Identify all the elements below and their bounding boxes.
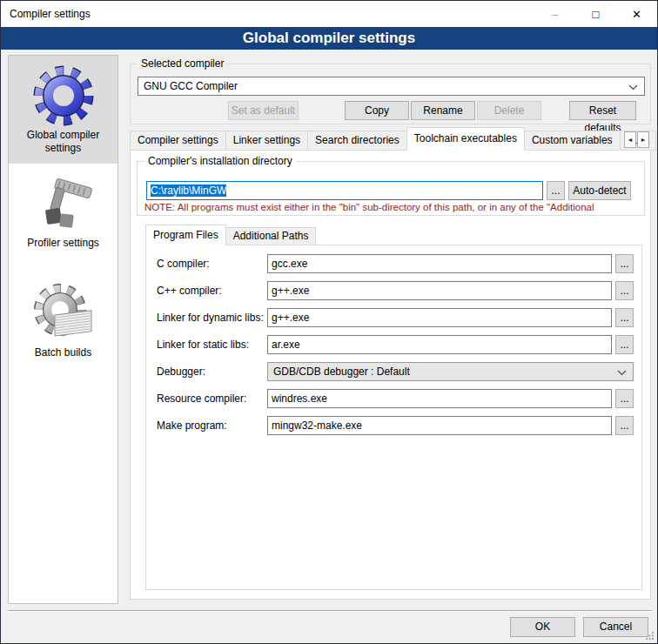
sidebar-item-label: Batch builds bbox=[9, 346, 118, 359]
selected-path-text: C:\raylib\MinGW bbox=[151, 184, 226, 197]
cpp-compiler-browse-button[interactable]: ... bbox=[615, 281, 634, 300]
c-compiler-input[interactable]: gcc.exe bbox=[267, 254, 612, 273]
tab-scroll-left-button[interactable]: ◄ bbox=[624, 131, 636, 148]
field-row-c-compiler: C compiler: gcc.exe ... bbox=[146, 254, 641, 273]
field-label: Debugger: bbox=[157, 366, 205, 378]
compiler-settings-dialog: Compiler settings – □ ✕ Global compiler … bbox=[0, 0, 658, 644]
field-row-static-linker: Linker for static libs: ar.exe ... bbox=[146, 335, 641, 354]
selected-compiler-group: Selected compiler GNU GCC Compiler Set a… bbox=[130, 64, 651, 124]
field-row-debugger: Debugger: GDB/CDB debugger : Default bbox=[146, 362, 641, 381]
maximize-button[interactable]: □ bbox=[575, 1, 616, 27]
selected-compiler-dropdown[interactable]: GNU GCC Compiler bbox=[138, 77, 645, 96]
field-label: Linker for static libs: bbox=[157, 339, 249, 351]
debugger-value: GDB/CDB debugger : Default bbox=[273, 366, 410, 378]
cpp-compiler-input[interactable]: g++.exe bbox=[267, 281, 612, 300]
make-program-input[interactable]: mingw32-make.exe bbox=[267, 416, 612, 435]
make-program-browse-button[interactable]: ... bbox=[615, 416, 634, 435]
c-compiler-browse-button[interactable]: ... bbox=[615, 254, 634, 273]
field-label: Resource compiler: bbox=[157, 392, 246, 405]
program-files-panel: C compiler: gcc.exe ... C++ compiler: g+… bbox=[145, 245, 642, 590]
dialog-header: Global compiler settings bbox=[1, 27, 657, 50]
selected-compiler-value: GNU GCC Compiler bbox=[144, 80, 238, 92]
field-label: C++ compiler: bbox=[157, 285, 222, 297]
tab-search-directories[interactable]: Search directories bbox=[307, 131, 407, 151]
field-row-cpp-compiler: C++ compiler: g++.exe ... bbox=[146, 281, 641, 300]
field-row-make-program: Make program: mingw32-make.exe ... bbox=[146, 416, 641, 435]
reset-defaults-button[interactable]: Reset defaults bbox=[569, 101, 636, 120]
sidebar: Global compiler settings Profiler settin… bbox=[8, 55, 118, 604]
note-text: NOTE: All programs must exist either in … bbox=[144, 202, 645, 212]
resource-compiler-browse-button[interactable]: ... bbox=[615, 389, 634, 408]
field-label: Make program: bbox=[157, 419, 227, 432]
footer-divider bbox=[8, 610, 652, 612]
tab-custom-variables[interactable]: Custom variables bbox=[524, 131, 621, 151]
sidebar-item-profiler-settings[interactable]: Profiler settings bbox=[9, 174, 118, 261]
tab-toolchain-executables[interactable]: Toolchain executables bbox=[406, 127, 525, 151]
subtab-additional-paths[interactable]: Additional Paths bbox=[225, 227, 317, 245]
blue-gear-icon bbox=[30, 63, 97, 129]
cancel-button[interactable]: Cancel bbox=[583, 617, 648, 637]
close-button[interactable]: ✕ bbox=[616, 1, 657, 27]
sidebar-item-global-compiler-settings[interactable]: Global compiler settings bbox=[9, 56, 118, 164]
window-title: Compiler settings bbox=[10, 8, 91, 20]
autodetect-button[interactable]: Auto-detect bbox=[568, 181, 631, 200]
sidebar-item-batch-builds[interactable]: Batch builds bbox=[9, 280, 118, 376]
window-titlebar: Compiler settings – □ ✕ bbox=[1, 1, 657, 27]
field-label: C compiler: bbox=[157, 258, 210, 270]
chevron-down-icon bbox=[617, 370, 627, 376]
debugger-dropdown[interactable]: GDB/CDB debugger : Default bbox=[267, 362, 634, 381]
field-row-dynamic-linker: Linker for dynamic libs: g++.exe ... bbox=[146, 308, 641, 327]
main-tab-strip: Compiler settings Linker settings Search… bbox=[130, 127, 655, 151]
install-dir-input[interactable]: C:\raylib\MinGW bbox=[146, 181, 543, 200]
delete-button[interactable]: Delete bbox=[477, 101, 541, 120]
tab-compiler-settings[interactable]: Compiler settings bbox=[130, 131, 226, 151]
sub-tab-strip: Program Files Additional Paths bbox=[145, 225, 315, 245]
field-row-resource-compiler: Resource compiler: windres.exe ... bbox=[146, 389, 641, 408]
resize-grip[interactable] bbox=[646, 632, 655, 641]
rename-button[interactable]: Rename bbox=[411, 101, 475, 120]
resource-compiler-input[interactable]: windres.exe bbox=[267, 389, 612, 408]
copy-button[interactable]: Copy bbox=[345, 101, 409, 120]
tab-linker-settings[interactable]: Linker settings bbox=[225, 131, 308, 151]
minimize-button[interactable]: – bbox=[534, 1, 575, 27]
field-label: Linker for dynamic libs: bbox=[157, 312, 264, 324]
tab-scroll-right-button[interactable]: ► bbox=[637, 131, 649, 148]
install-dir-browse-button[interactable]: ... bbox=[547, 181, 565, 200]
caliper-icon bbox=[32, 174, 95, 237]
dynamic-linker-browse-button[interactable]: ... bbox=[615, 308, 634, 327]
chevron-down-icon bbox=[628, 84, 638, 91]
subtab-program-files[interactable]: Program Files bbox=[145, 225, 226, 245]
install-dir-group-label: Compiler's installation directory bbox=[144, 155, 296, 167]
gray-gear-stack-icon bbox=[30, 280, 97, 346]
sidebar-item-label: Profiler settings bbox=[9, 237, 118, 250]
dynamic-linker-input[interactable]: g++.exe bbox=[267, 308, 612, 327]
sidebar-item-label: Global compiler settings bbox=[9, 129, 118, 155]
selected-compiler-group-label: Selected compiler bbox=[138, 57, 227, 70]
ok-button[interactable]: OK bbox=[510, 617, 575, 637]
static-linker-input[interactable]: ar.exe bbox=[267, 335, 612, 354]
static-linker-browse-button[interactable]: ... bbox=[615, 335, 634, 354]
set-as-default-button[interactable]: Set as default bbox=[228, 101, 299, 120]
